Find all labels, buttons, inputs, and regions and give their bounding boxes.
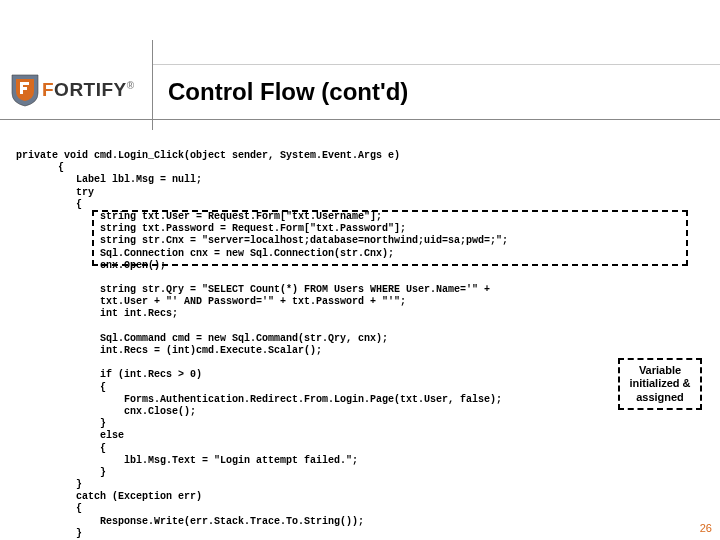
code-line: { <box>16 443 106 454</box>
code-line: } <box>16 467 106 478</box>
code-line: Label lbl.Msg = null; <box>16 174 202 185</box>
callout-box: Variable initialized & assigned <box>618 358 702 410</box>
code-line: cnx.Close(); <box>16 406 196 417</box>
page-title: Control Flow (cont'd) <box>168 78 408 106</box>
code-line: else <box>16 430 124 441</box>
code-line: Sql.Connection cnx = new Sql.Connection(… <box>16 248 394 259</box>
code-line: int int.Recs; <box>16 308 178 319</box>
code-line: string str.Cnx = "server=localhost;datab… <box>16 235 508 246</box>
code-line: { <box>16 382 106 393</box>
header-rule <box>152 64 720 65</box>
code-line: Response.Write(err.Stack.Trace.To.String… <box>16 516 364 527</box>
code-line: { <box>16 199 82 210</box>
page-number: 26 <box>700 522 712 534</box>
code-line: { <box>16 162 64 173</box>
svg-rect-2 <box>20 87 27 90</box>
slide-header: FORTIFY® Control Flow (cont'd) <box>0 0 720 120</box>
code-line: private void cmd.Login_Click(object send… <box>16 150 400 161</box>
code-line: } <box>16 528 82 539</box>
code-line: Forms.Authentication.Redirect.From.Login… <box>16 394 502 405</box>
logo-text: FORTIFY® <box>42 79 135 101</box>
code-line: lbl.Msg.Text = "Login attempt failed."; <box>16 455 358 466</box>
code-line: Sql.Command cmd = new Sql.Command(str.Qr… <box>16 333 388 344</box>
code-line: } <box>16 418 106 429</box>
code-line: int.Recs = (int)cmd.Execute.Scalar(); <box>16 345 322 356</box>
code-line: string txt.User = Request.Form["txt.User… <box>16 211 382 222</box>
code-block: private void cmd.Login_Click(object send… <box>16 150 704 540</box>
fortify-logo: FORTIFY® <box>10 72 135 108</box>
code-line: } <box>16 479 82 490</box>
code-line: if (int.Recs > 0) <box>16 369 202 380</box>
code-line: string str.Qry = "SELECT Count(*) FROM U… <box>16 284 490 295</box>
code-line: catch (Exception err) <box>16 491 202 502</box>
code-line: txt.User + "' AND Password='" + txt.Pass… <box>16 296 406 307</box>
code-line: cnx.Open(); <box>16 260 166 271</box>
callout-text: Variable initialized & assigned <box>620 364 700 404</box>
code-line: try <box>16 187 94 198</box>
code-line: string txt.Password = Request.Form["txt.… <box>16 223 406 234</box>
shield-icon <box>10 73 40 107</box>
code-line: { <box>16 503 82 514</box>
header-vline <box>152 40 153 130</box>
